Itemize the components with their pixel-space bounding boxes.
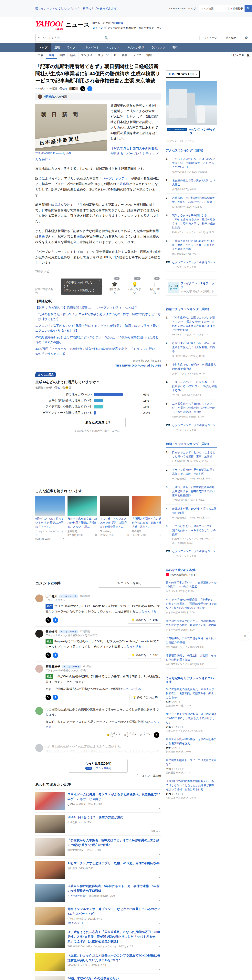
dismiss-icon[interactable]: ✕	[158, 968, 161, 971]
hide-comments-checkbox[interactable]: コメント非表示	[137, 774, 161, 777]
purchase-history-link[interactable]: 購入履歴	[221, 36, 240, 40]
ranking-item[interactable]: PR セゾンファンデックスの住宅ローン セゾンファンデックス	[166, 421, 217, 434]
related-article-link[interactable]: エアコン「1℃下げる」OR「風量を強にする」どっちが節電？「除湿」はいつ使う？賢…	[35, 323, 161, 333]
sidebar-article-title[interactable]: ベネッセ「450人希望退職」「進研ゼミ」の驚くべき凋落…「問題は少子化だけではな…	[166, 598, 217, 609]
x-share-icon[interactable]: 𝕏	[80, 86, 85, 91]
category-tab[interactable]: 経済	[67, 52, 78, 59]
helpful-button[interactable]: 💡 参考になった 276	[128, 617, 161, 624]
sidebar-article-title[interactable]: SNSで除草剤の評判落ちた ネガティブ投稿者に「名誉棄損」で賠償命令 抑止力にな…	[166, 688, 216, 699]
article-card[interactable]: 市役所で広がる文章生成AIの利用「外部に情報出ることない」 課… 京都新聞 8/…	[67, 496, 97, 541]
sidebar-article-item[interactable]: ベネッセ「450人希望退職」「進研ゼミ」の驚くべき凋落…「問題は少子化だけではな…	[166, 595, 217, 617]
signup-link[interactable]: 新規取得	[113, 22, 123, 24]
feed-article-item[interactable]: 「公立校から入学拒否、就職先はクビ」オウム麻原彰晃の三女が語る“苛烈な差別”と現…	[35, 835, 161, 859]
sidebar-article-title[interactable]: 「自動運転」に株式市場も注目 普及拡大に貢献の15銘柄	[166, 637, 216, 644]
category-tab[interactable]: 地域	[144, 52, 155, 59]
feed-article-item[interactable]: ＜独自＞神戸刺殺容疑者、5年前にもストーカー事件で逮捕 3年前の女性襲撃含め手口…	[35, 881, 161, 904]
mypage-link[interactable]: マイページ	[199, 36, 221, 40]
feed-title[interactable]: は、吐きそうだ…志高く「国家公務員」になった月収24万円・23歳男性。入省4ヵ月…	[67, 930, 161, 944]
ranking-item[interactable]: 5 「これはひどい」通販でトラブル 別の商品届く 返金求めると“ナゾの提案” F…	[166, 522, 217, 547]
sidebar-article-item[interactable]: 女性初の長官誕生なるか…二つの裁判の行方を左右する機関・最高裁「人事」の内幕 デ…	[166, 617, 217, 634]
ranking-item[interactable]: 4 襲撃する女性を事件前日から…（35）とみられる人物 職場付近をうろつく姿がカ…	[166, 211, 217, 237]
trending-term[interactable]: ↗ 猿橋勝子	[228, 7, 244, 10]
nav-tab[interactable]: エキスパート	[79, 43, 103, 52]
keyword-input[interactable]	[35, 34, 102, 41]
sidebar-article-title[interactable]: 鈴木エイト氏が逆転勝訴 元信者が記事による名誉毀損を訴え	[166, 738, 217, 745]
feed-article-item[interactable]: 54歳、年収600万、今の仕事辞めたい 💬 Career Town 広告 ◈ ✕…	[35, 974, 161, 980]
feed-title[interactable]: 54歳、年収600万、今の仕事辞めたい	[67, 976, 161, 980]
card-title[interactable]: 「外国人差別だと言い始めたのは左派」参政・神谷氏 共産・…	[132, 517, 161, 529]
ranking-title[interactable]: 「やっかみでは」…社長がネットで批判される“レアルファー”販売と擁護するワケ	[172, 380, 217, 393]
keyword-search-button[interactable]: 🔍	[102, 34, 111, 41]
ranking-title[interactable]: 襲撃する女性を事件前日から…（35）とみられる人物 職場付近をうろつく姿がカメラ…	[172, 213, 217, 230]
reaction-button[interactable]: 149 💡 わかりやすい	[127, 282, 142, 294]
dismiss-icon[interactable]: ✕	[95, 533, 97, 537]
commenter-name[interactable]: 山口健太	[46, 595, 57, 598]
sidebar-article-item[interactable]: NPBが「ネトフリ独占配信」巡り声明発表「WBC主催者より説明を受けておりました…	[166, 710, 217, 735]
category-tab[interactable]: エンタメ	[78, 52, 95, 59]
feed-title[interactable]: 元祖インフルエンサー発ブランド、なぜ次々に終幕しているのか？ #エキスパートトピ	[67, 907, 161, 916]
read-more-link[interactable]: …もっと見る	[123, 687, 141, 690]
feed-article-item[interactable]: 元祖インフルエンサー発ブランド、なぜ次々に終幕しているのか？ #エキスパートトピ…	[35, 904, 161, 927]
hmm-reaction[interactable]: 😕 うーん1	[140, 732, 150, 738]
dismiss-icon[interactable]: ✕	[158, 876, 161, 879]
category-tab[interactable]: IT	[111, 52, 119, 59]
related-article-link[interactable]: 【記事に“ただ乗り”?】読売新聞も提訴… 「パープレキシティ」社とは？	[35, 305, 161, 310]
sidebar-ad[interactable]: CREDIT SAISON GROUP セゾンファンデックス PR セゾンファン…	[166, 81, 217, 143]
article-image[interactable]: 朝 日 新 聞 日本経済新聞社 TBS NEWS DIG Powered by …	[35, 104, 107, 154]
sidebar-article-item[interactable]: 【速報】“DV被害”男性の情報漏えい「あってはならないことをした」兵庫県が書類を…	[166, 777, 217, 802]
feed-article-item[interactable]: HbA1c下げるには？→衝撃の方法が爆売 💬 株式会社ハーバルアイ 広告 ◈ ✕…	[35, 813, 161, 835]
dismiss-icon[interactable]: ✕	[158, 899, 161, 902]
sidebar-article-item[interactable]: 自民農業新組織トップに…コメ失言で大臣辞任 4403リアクション 共同通信 8/…	[166, 756, 217, 777]
ranking-title[interactable]: セゾンファンデックスの住宅ローン	[172, 423, 215, 428]
promo-link[interactable]: 落ちないパフェってどんなパフェ？ 科学のナゾを探ってみよう！	[35, 7, 119, 10]
ranking-title[interactable]: 「これはひどい」通販でトラブル 別の商品届く 返金求めると“ナゾの提案”	[172, 524, 217, 537]
nav-tab[interactable]: 速報	[51, 43, 64, 52]
read-more-link[interactable]: …もっと見る	[138, 610, 156, 613]
ranking-title[interactable]: セゾンファンデックスの住宅ローン	[172, 549, 215, 554]
ranking-title[interactable]: なぜ伊東市長は変わらないのか…迷走続きで見えた「田久保劇場」の内幕	[172, 341, 217, 353]
sidebar-article-title[interactable]: 【速報】“DV被害”男性の情報漏えい「あってはならないことをした」兵庫県が書類を…	[166, 780, 217, 791]
yahoo-japan-link[interactable]: Yahoo! JAPAN	[169, 7, 185, 10]
copyright-link[interactable]: 著作権	[120, 182, 129, 186]
kyogi-link[interactable]: 虚偽	[77, 235, 83, 238]
related-article-link[interactable]: 「写真の材料で献立作って！」生成AIで家事が超ラクに “洗濯・掃除・料理”専門家…	[35, 312, 161, 321]
feed-article-item[interactable]: AIとマッチングする恋活アプリ 既婚、40代超、男性の利用が多め 💬 朝日新聞 …	[35, 859, 161, 881]
search-button[interactable]: 🔍	[244, 5, 252, 12]
nav-tab[interactable]: ライブ	[64, 43, 79, 52]
ranking-item[interactable]: 4 「やっかみでは」…社長がネットで批判される“レアルファー”販売と擁護するワケ…	[166, 378, 217, 399]
dismiss-icon[interactable]: ✕	[158, 945, 161, 948]
feed-title[interactable]: 「公立校から入学拒否、就職先はクビ」オウム麻原彰晃の三女が語る“苛烈な差別”と現…	[67, 838, 161, 847]
related-article-link[interactable]: 4300万円「フェラーリ」10年貯金で購入“憧れの車”が首都高で炎上 「トラウマ…	[35, 346, 161, 356]
feed-title[interactable]: ＜独自＞神戸刺殺容疑者、5年前にもストーカー事件で逮捕 3年前の女性襲撃含め手口…	[67, 884, 161, 893]
dismiss-icon[interactable]: ✕	[127, 533, 129, 537]
commenter-avatar[interactable]	[35, 707, 43, 715]
ranking-item[interactable]: PR セゾンファンデックスの住宅ローン セゾンファンデックス	[166, 258, 217, 272]
ranking-item[interactable]: 1 「小学生時代、公園でエアガンを撃っていた」“異常な執着”はなぜ生まれたのか……	[166, 313, 217, 339]
nav-tab[interactable]: ランキング	[148, 43, 169, 52]
facebook-share-icon[interactable]: f	[87, 86, 93, 91]
settings-link[interactable]: ⚙	[240, 36, 252, 40]
ranking-title[interactable]: 名古屋の路上で若い男女2人倒れ、1人死亡	[172, 178, 217, 187]
x-share-icon[interactable]: 𝕏	[154, 732, 159, 738]
ranking-item[interactable]: 3 小川和彦（60）が明かした“県政最大の危機”の舞台裏 文春オンライン 8/2…	[166, 360, 217, 378]
x-share-icon[interactable]: 𝕏	[46, 617, 51, 623]
publisher-banner[interactable]: TBS NEWS DIG ✕	[166, 70, 200, 78]
commenter-avatar[interactable]	[35, 665, 43, 673]
dismiss-icon[interactable]: ✕	[159, 533, 161, 537]
category-tab[interactable]: 主要	[35, 52, 46, 59]
article-card[interactable]: 9月からスマホを持っているだけで“月額1100円”の「ネット… ファイナンシャル…	[35, 496, 65, 541]
sidebar-article-item[interactable]: 鈴木エイト氏が逆転勝訴 元信者が記事による名誉毀損を訴え 506リアクション 朝…	[166, 735, 217, 756]
related-article-link[interactable]: 65歳母親を暴行死させた37歳男は“ヤングケアラー”だった 10歳から家事に追わ…	[35, 335, 161, 345]
sidebar-article-item[interactable]: SNSで除草剤の評判落ちた ネガティブ投稿者に「名誉棄損」で賠償命令 抑止力にな…	[166, 685, 217, 710]
sidebar-article-title[interactable]: 増収増益予想で「株価上昇」が期待…そうした銘柄を探す方法	[166, 654, 217, 661]
article-card[interactable]: マスク氏、アップルとOpenAIを提訴－対話型ＡＩの競争阻害と… Bloombe…	[100, 496, 129, 541]
poll-comments[interactable]: 💬42	[54, 386, 61, 389]
ranking-title[interactable]: 口を手でふさぎ…わいせつしようとした疑いで男逮捕 東京・足立区	[172, 450, 217, 459]
feed-comment-count[interactable]: 💬798	[67, 803, 75, 806]
ranking-title[interactable]: 小川和彦（60）が明かした“県政最大の危機”の舞台裏	[172, 363, 217, 371]
ranking-title[interactable]: 「クルド人みたいなことは言わないでほしい」“強制送還”に…在日クルド人の思いとは	[172, 157, 217, 169]
ranking-item[interactable]: 5 ニセ警察官から「出頭してください」と電話…特殊詐欺、記者にかかってきた電話の…	[166, 399, 217, 421]
ranking-title[interactable]: ニセ警察官から「出頭してください」と電話…特殊詐欺、記者にかかってきた電話の一部…	[172, 402, 217, 414]
nav-tab[interactable]: 有料	[169, 43, 181, 52]
ranking-title[interactable]: 「外国人差別だと言い始めたのは左派」参政・神谷氏 共産・田村委員長の発言に反論	[172, 239, 217, 251]
